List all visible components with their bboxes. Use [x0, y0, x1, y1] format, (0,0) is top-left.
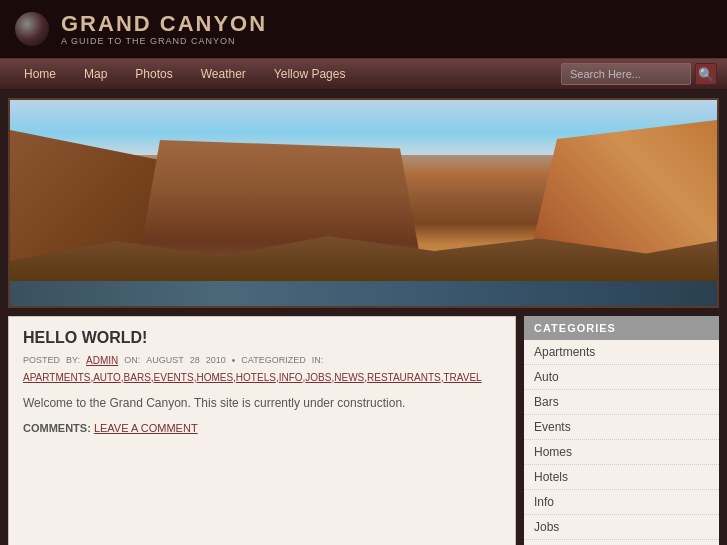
date-day: 28: [190, 355, 200, 366]
nav-item-home[interactable]: Home: [10, 58, 70, 90]
author-link[interactable]: ADMIN: [86, 355, 118, 366]
by-label: BY:: [66, 355, 80, 366]
posted-label: POSTED: [23, 355, 60, 366]
sidebar-item-info[interactable]: Info: [524, 490, 719, 515]
post-categories: APARTMENTS,AUTO,BARS,EVENTS,HOMES,HOTELS…: [23, 370, 501, 386]
post-meta: POSTED BY: ADMIN ON: AUGUST 28 2010 • CA…: [23, 355, 501, 366]
sidebar-item-apartments[interactable]: Apartments: [524, 340, 719, 365]
categorized-label: CATEGORIZED: [241, 355, 305, 366]
category-link-apartments[interactable]: APARTMENTS: [23, 372, 90, 383]
header: GRAND CANYON A GUIDE TO THE GRAND CANYON: [0, 0, 727, 58]
sidebar-heading: CATEGORIES: [524, 316, 719, 340]
on-label: ON:: [124, 355, 140, 366]
sidebar-item-events[interactable]: Events: [524, 415, 719, 440]
nav-item-photos[interactable]: Photos: [121, 58, 186, 90]
category-link-hotels[interactable]: HOTELS: [236, 372, 276, 383]
site-subtitle: A GUIDE TO THE GRAND CANYON: [61, 36, 267, 46]
sidebar-items: ApartmentsAutoBarsEventsHomesHotelsInfoJ…: [524, 340, 719, 545]
in-label: IN:: [312, 355, 324, 366]
category-link-news[interactable]: NEWS: [334, 372, 364, 383]
date-year: 2010: [206, 355, 226, 366]
leave-comment-link[interactable]: LEAVE A COMMENT: [94, 422, 198, 434]
hero-image: [8, 98, 719, 308]
search-button[interactable]: 🔍: [695, 63, 717, 85]
category-link-events[interactable]: EVENTS: [154, 372, 194, 383]
comments-label: COMMENTS:: [23, 422, 91, 434]
post-body: Welcome to the Grand Canyon. This site i…: [23, 394, 501, 412]
nav-item-map[interactable]: Map: [70, 58, 121, 90]
sidebar-item-jobs[interactable]: Jobs: [524, 515, 719, 540]
category-link-jobs[interactable]: JOBS: [305, 372, 331, 383]
nav-links: HomeMapPhotosWeatherYellow Pages: [10, 58, 561, 90]
sidebar-item-bars[interactable]: Bars: [524, 390, 719, 415]
search-input[interactable]: [561, 63, 691, 85]
post-title: HELLO WORLD!: [23, 329, 501, 347]
category-link-bars[interactable]: BARS: [124, 372, 151, 383]
sidebar: CATEGORIES ApartmentsAutoBarsEventsHomes…: [524, 316, 719, 545]
category-link-homes[interactable]: HOMES: [196, 372, 233, 383]
logo-icon: [15, 12, 49, 46]
sidebar-item-news[interactable]: News: [524, 540, 719, 545]
category-link-info[interactable]: INFO: [279, 372, 303, 383]
sidebar-item-homes[interactable]: Homes: [524, 440, 719, 465]
search-area: 🔍: [561, 63, 717, 85]
nav-item-yellow-pages[interactable]: Yellow Pages: [260, 58, 360, 90]
sidebar-item-hotels[interactable]: Hotels: [524, 465, 719, 490]
navbar: HomeMapPhotosWeatherYellow Pages 🔍: [0, 58, 727, 90]
category-link-travel[interactable]: TRAVEL: [444, 372, 482, 383]
content-area: HELLO WORLD! POSTED BY: ADMIN ON: AUGUST…: [8, 316, 516, 545]
date-month: AUGUST: [146, 355, 184, 366]
sidebar-item-auto[interactable]: Auto: [524, 365, 719, 390]
main-wrapper: HELLO WORLD! POSTED BY: ADMIN ON: AUGUST…: [8, 316, 719, 545]
nav-item-weather[interactable]: Weather: [187, 58, 260, 90]
category-link-auto[interactable]: AUTO: [93, 372, 121, 383]
site-title: GRAND CANYON: [61, 12, 267, 36]
comments-line: COMMENTS: LEAVE A COMMENT: [23, 422, 501, 434]
header-text: GRAND CANYON A GUIDE TO THE GRAND CANYON: [61, 12, 267, 46]
category-link-restaurants[interactable]: RESTAURANTS: [367, 372, 441, 383]
